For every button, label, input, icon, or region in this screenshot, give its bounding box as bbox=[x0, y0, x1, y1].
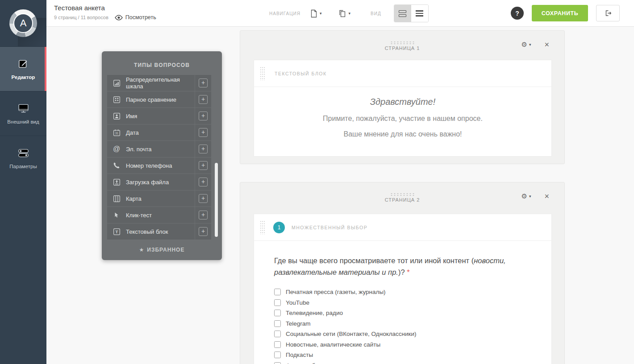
cards-view-icon bbox=[399, 10, 406, 13]
add-page-button[interactable]: ▾ bbox=[310, 9, 322, 18]
sidebar-item-settings[interactable]: Параметры bbox=[0, 136, 46, 180]
logo-letter: A bbox=[13, 13, 33, 33]
add-question-button[interactable]: + bbox=[195, 223, 211, 240]
qtype-name[interactable]: Имя + bbox=[107, 108, 211, 124]
add-question-button[interactable]: + bbox=[195, 91, 211, 108]
qtype-pair-comparison[interactable]: Парное сравнение + bbox=[107, 91, 211, 108]
add-question-button[interactable]: + bbox=[195, 174, 211, 190]
copy-page-button[interactable]: ▾ bbox=[338, 9, 351, 18]
view-cards-button[interactable] bbox=[394, 5, 411, 22]
close-icon[interactable]: × bbox=[544, 192, 549, 200]
sidebar-item-appearance[interactable]: Внешний вид bbox=[0, 91, 46, 136]
checkbox[interactable] bbox=[274, 362, 281, 364]
qtype-distribution-scale[interactable]: Распределительная шкала + bbox=[107, 75, 211, 91]
block-drag-handle[interactable] bbox=[260, 220, 265, 235]
panel-title: ТИПЫ ВОПРОСОВ bbox=[102, 51, 222, 68]
checkbox[interactable] bbox=[274, 331, 281, 337]
question-text[interactable]: Где вы чаще всего просматриваете тот или… bbox=[274, 255, 531, 278]
checkbox[interactable] bbox=[274, 341, 281, 348]
option-row[interactable]: Telegram bbox=[274, 320, 531, 327]
add-question-button[interactable]: + bbox=[195, 124, 211, 141]
monitor-icon bbox=[17, 103, 29, 114]
checkbox[interactable] bbox=[274, 310, 281, 316]
view-label: ВИД bbox=[371, 11, 381, 16]
sidebar-item-editor[interactable]: Редактор bbox=[0, 46, 46, 91]
checkbox[interactable] bbox=[274, 299, 281, 306]
chevron-down-icon: ▾ bbox=[529, 194, 531, 199]
text-block-content[interactable]: Здравствуйте! Примите, пожалуйста, участ… bbox=[254, 87, 551, 138]
block-drag-handle[interactable] bbox=[260, 66, 265, 81]
checkbox[interactable] bbox=[274, 320, 281, 327]
qtype-text-block[interactable]: T Текстовый блок + bbox=[107, 223, 211, 240]
gear-icon: ⚙ bbox=[521, 193, 527, 200]
chevron-down-icon: ▾ bbox=[349, 12, 351, 16]
sidebar-item-label: Параметры bbox=[9, 164, 37, 169]
question-types-list: Распределительная шкала + Парное сравнен… bbox=[107, 75, 211, 240]
header-actions: ? СОХРАНИТЬ bbox=[511, 5, 620, 21]
checkbox[interactable] bbox=[274, 352, 281, 358]
page-drag-handle[interactable] bbox=[390, 41, 415, 44]
logout-icon bbox=[604, 10, 612, 17]
page-drag-handle[interactable] bbox=[390, 193, 415, 196]
survey-title: Тестовая анкета bbox=[54, 4, 156, 12]
close-icon[interactable]: × bbox=[544, 41, 549, 49]
qtype-file-upload[interactable]: Загрузка файла + bbox=[107, 174, 211, 190]
option-row[interactable]: Новостные, аналитические сайты bbox=[274, 341, 531, 348]
view-toggle-group bbox=[394, 4, 429, 22]
navigation-cluster: НАВИГАЦИЯ ▾ ▾ ВИД bbox=[269, 0, 429, 27]
page-settings-button[interactable]: ⚙ ▾ bbox=[521, 193, 531, 200]
text-line[interactable]: Ваше мнение для нас очень важно! bbox=[254, 130, 551, 138]
upload-icon bbox=[107, 178, 126, 186]
add-question-button[interactable]: + bbox=[195, 141, 211, 157]
sidebar-item-label: Внешний вид bbox=[7, 119, 39, 124]
plus-icon: + bbox=[199, 178, 208, 186]
option-row[interactable]: Форумы, блоги bbox=[274, 362, 531, 364]
plus-icon: + bbox=[199, 194, 208, 203]
text-block-icon: T bbox=[107, 228, 126, 236]
add-question-button[interactable]: + bbox=[195, 75, 211, 91]
add-question-button[interactable]: + bbox=[195, 190, 211, 207]
favorites-label: ИЗБРАННОЕ bbox=[147, 247, 184, 253]
add-question-button[interactable]: + bbox=[195, 207, 211, 223]
qtype-map[interactable]: Карта + bbox=[107, 190, 211, 207]
question-type-label: МНОЖЕСТВЕННЫЙ ВЫБОР bbox=[292, 225, 367, 230]
plus-icon: + bbox=[199, 227, 208, 236]
option-row[interactable]: Подкасты bbox=[274, 352, 531, 358]
checkbox[interactable] bbox=[274, 289, 281, 295]
app-logo[interactable]: A bbox=[0, 0, 46, 46]
exit-button[interactable] bbox=[596, 5, 620, 21]
phone-icon bbox=[107, 162, 126, 169]
eye-icon bbox=[115, 15, 123, 21]
option-row[interactable]: Социальные сети (ВКонтакте, Одноклассник… bbox=[274, 331, 531, 337]
add-question-button[interactable]: + bbox=[195, 157, 211, 174]
option-row[interactable]: YouTube bbox=[274, 299, 531, 306]
star-icon: ★ bbox=[139, 247, 145, 253]
panel-scrollbar[interactable] bbox=[215, 163, 218, 237]
preview-button[interactable]: Посмотреть bbox=[115, 14, 156, 21]
favorites-button[interactable]: ★ИЗБРАННОЕ bbox=[102, 247, 222, 253]
page-title[interactable]: СТРАНИЦА 1 bbox=[240, 46, 564, 51]
qtype-date[interactable]: 31 Дата + bbox=[107, 124, 211, 141]
option-row[interactable]: Печатная пресса (газеты, журналы) bbox=[274, 289, 531, 295]
option-row[interactable]: Телевидение, радио bbox=[274, 310, 531, 316]
top-header: Тестовая анкета 9 страниц / 11 вопросов … bbox=[46, 0, 634, 27]
add-question-button[interactable]: + bbox=[195, 108, 211, 124]
save-button[interactable]: СОХРАНИТЬ bbox=[532, 5, 588, 21]
qtype-click-test[interactable]: Клик-тест + bbox=[107, 207, 211, 223]
help-button[interactable]: ? bbox=[511, 7, 524, 20]
page-settings-button[interactable]: ⚙ ▾ bbox=[521, 41, 531, 48]
view-list-button[interactable] bbox=[411, 5, 428, 22]
page-title[interactable]: СТРАНИЦА 2 bbox=[240, 197, 564, 203]
question-card: 1 МНОЖЕСТВЕННЫЙ ВЫБОР Где вы чаще всего … bbox=[254, 214, 552, 364]
navigation-label: НАВИГАЦИЯ bbox=[269, 11, 300, 16]
plus-icon: + bbox=[199, 161, 208, 170]
question-number-badge: 1 bbox=[273, 222, 285, 233]
preview-label: Посмотреть bbox=[125, 14, 156, 21]
plus-icon: + bbox=[199, 211, 208, 219]
qtype-phone[interactable]: Номер телефона + bbox=[107, 157, 211, 174]
text-line[interactable]: Здравствуйте! bbox=[254, 97, 551, 107]
qtype-email[interactable]: @ Эл. почта + bbox=[107, 141, 211, 157]
sidebar-item-label: Редактор bbox=[12, 74, 35, 80]
plus-icon: + bbox=[199, 79, 208, 87]
text-line[interactable]: Примите, пожалуйста, участие в нашем опр… bbox=[254, 115, 551, 123]
